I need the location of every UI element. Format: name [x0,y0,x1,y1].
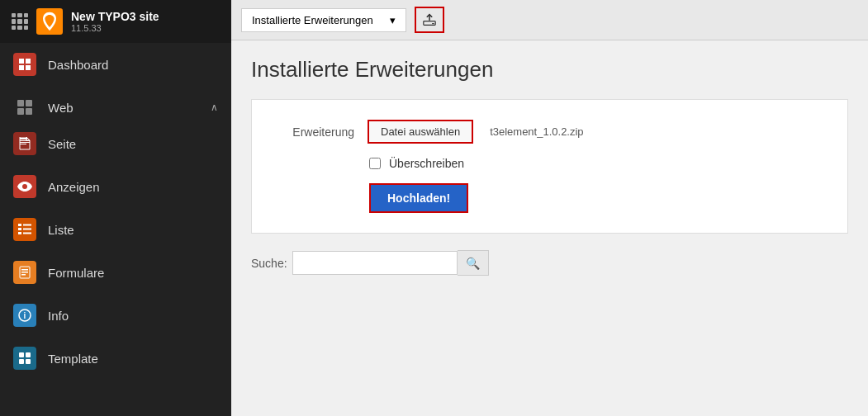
web-icon [13,96,36,119]
file-name-display: t3element_1.0.2.zip [490,125,583,138]
sidebar-item-dashboard[interactable]: Dashboard [0,43,231,86]
apps-icon[interactable] [12,13,28,30]
template-icon [13,347,36,370]
svg-rect-32 [432,23,434,24]
search-icon: 🔍 [466,257,480,270]
erweiterung-row: Erweiterung Datei auswählen t3element_1.… [272,120,828,144]
svg-rect-16 [18,228,21,230]
web-chevron-icon: ∧ [211,102,218,113]
site-info: New TYPO3 site 11.5.33 [71,10,159,33]
svg-rect-6 [26,100,32,106]
sidebar-item-formulare[interactable]: Formulare [0,251,231,294]
svg-rect-17 [23,229,31,230]
svg-rect-15 [23,225,31,226]
svg-rect-19 [23,233,31,234]
sidebar-item-anzeigen[interactable]: Anzeigen [0,165,231,208]
sidebar-item-info[interactable]: i Info [0,294,231,337]
svg-rect-11 [20,142,30,143]
svg-rect-29 [26,359,31,364]
formulare-icon [13,261,36,284]
svg-rect-2 [26,59,31,64]
search-button[interactable]: 🔍 [458,250,489,276]
svg-rect-23 [21,274,26,276]
info-icon: i [13,304,36,327]
svg-rect-18 [18,232,21,234]
svg-rect-1 [19,59,24,64]
svg-rect-4 [26,65,31,70]
svg-rect-22 [21,272,28,273]
toolbar: Installierte Erweiterungen ▾ [231,0,868,40]
svg-rect-5 [17,100,24,106]
dropdown-label: Installierte Erweiterungen [252,14,373,26]
sidebar-item-label-anzeigen: Anzeigen [48,180,218,194]
sidebar-item-label-template: Template [48,352,218,366]
svg-rect-8 [26,108,32,115]
content-area: Installierte Erweiterungen Erweiterung D… [231,40,868,416]
dropdown-erweiterungen[interactable]: Installierte Erweiterungen ▾ [241,8,406,32]
sidebar-item-liste[interactable]: Liste [0,208,231,251]
ueberschreiben-label[interactable]: Überschreiben [389,157,464,170]
sidebar-item-label-web: Web [48,101,199,115]
sidebar-item-label-info: Info [48,309,218,323]
sidebar-item-label-seite: Seite [48,137,218,151]
upload-button[interactable] [415,7,444,33]
svg-rect-3 [19,65,24,70]
page-title: Installierte Erweiterungen [251,57,848,83]
hochladen-button[interactable]: Hochladen! [369,183,468,213]
dashboard-icon [13,53,36,76]
sidebar-item-label-liste: Liste [48,223,218,237]
upload-form: Erweiterung Datei auswählen t3element_1.… [251,99,848,234]
dropdown-chevron-icon: ▾ [390,14,396,26]
submit-row: Hochladen! [272,183,828,213]
sidebar-header: New TYPO3 site 11.5.33 [0,0,231,43]
sidebar-item-label-formulare: Formulare [48,266,218,280]
sidebar-item-label-dashboard: Dashboard [48,58,218,72]
file-select-button[interactable]: Datei auswählen [368,120,473,144]
main-content: Installierte Erweiterungen ▾ Installiert… [231,0,868,416]
seite-icon [13,132,36,155]
ueberschreiben-checkbox[interactable] [369,158,381,169]
svg-point-13 [22,184,27,189]
svg-rect-27 [26,352,31,357]
ueberschreiben-row: Überschreiben [272,157,828,170]
svg-rect-26 [19,352,24,357]
svg-rect-28 [19,359,24,364]
sidebar-nav: Dashboard Web ∧ Seite Anzeigen [0,43,231,416]
typo3-logo [36,8,63,35]
svg-rect-21 [21,269,28,271]
anzeigen-icon [13,175,36,198]
site-name: New TYPO3 site [71,10,159,23]
search-input[interactable] [292,251,458,275]
svg-rect-7 [17,108,24,115]
svg-text:i: i [24,311,26,320]
search-label: Suche: [251,257,287,270]
sidebar-item-web[interactable]: Web ∧ [0,86,231,122]
svg-rect-14 [18,224,21,226]
svg-rect-12 [20,144,26,144]
site-version: 11.5.33 [71,23,159,33]
upload-icon [423,12,436,27]
search-row: Suche: 🔍 [251,250,848,276]
erweiterung-label: Erweiterung [272,125,354,139]
sidebar-item-template[interactable]: Template [0,337,231,380]
liste-icon [13,218,36,241]
sidebar: New TYPO3 site 11.5.33 Dashboard Web ∧ S… [0,0,231,416]
sidebar-item-seite[interactable]: Seite [0,122,231,165]
